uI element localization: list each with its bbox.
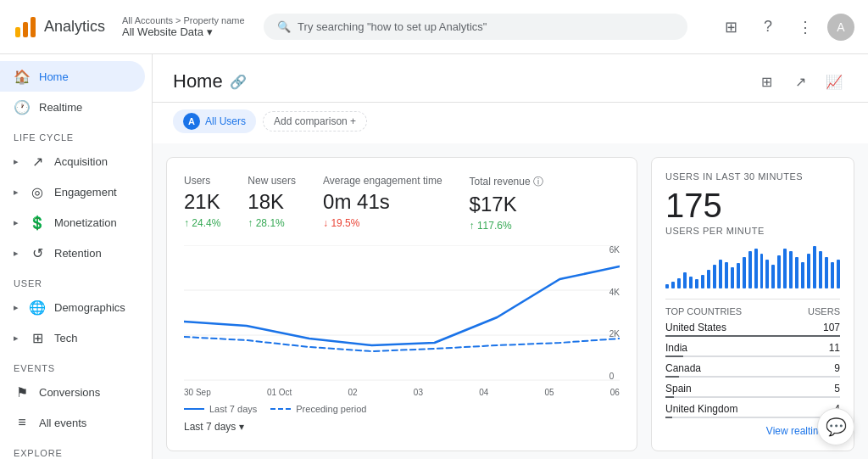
country-name: India [665, 342, 687, 354]
metric-new-users-change: ↑ 28.1% [248, 217, 296, 229]
metric-engagement-label: Average engagement time [323, 175, 442, 187]
realtime-countries-header: TOP COUNTRIES USERS [665, 299, 840, 316]
country-bar [665, 335, 840, 337]
realtime-bar [701, 275, 704, 288]
realtime-bar [801, 262, 804, 288]
sidebar-item-retention[interactable]: ▸ ↺ Retention [0, 238, 145, 268]
chart-x-labels: 30 Sep 01 Oct 02 03 04 05 06 [184, 388, 620, 397]
country-name: United States [665, 322, 726, 333]
country-data: United Kingdom 4 [665, 403, 840, 415]
realtime-bar [743, 257, 746, 289]
realtime-bar [707, 270, 710, 288]
help-icon[interactable]: ? [753, 12, 783, 42]
logo-icon [14, 15, 37, 39]
sidebar-item-monetization[interactable]: ▸ 💲 Monetization [0, 207, 145, 238]
metric-engagement-change: ↓ 19.5% [323, 217, 442, 229]
main-content: Home 🔗 ⊞ ↗ 📈 A All Users Add comparison … [153, 54, 868, 459]
explore-section-label: EXPLORE [0, 438, 152, 459]
metric-engagement: Average engagement time 0m 41s ↓ 19.5% [323, 175, 442, 232]
events-section-label: EVENTS [0, 353, 152, 377]
chip-letter: A [183, 113, 200, 130]
realtime-bar [713, 265, 716, 288]
country-bar [665, 396, 840, 398]
country-users: 9 [834, 362, 840, 374]
realtime-bar [777, 255, 781, 288]
chevron-down-icon: ▾ [239, 421, 244, 433]
realtime-countries-list: United States 107 India 11 Canada 9 Spai… [665, 322, 840, 418]
realtime-subtitle: USERS PER MINUTE [665, 226, 840, 236]
all-users-chip[interactable]: A All Users [173, 109, 256, 133]
page-title-edit-icon[interactable]: 🔗 [230, 74, 247, 90]
conversions-icon: ⚑ [14, 383, 31, 400]
view-realtime-link[interactable]: View realtime → [665, 425, 840, 437]
metrics-row: Users 21K ↑ 24.4% New users 18K ↑ 28.1% … [184, 175, 620, 232]
legend-last7: Last 7 days [184, 404, 257, 414]
chart-footer[interactable]: Last 7 days ▾ [184, 421, 620, 433]
more-icon[interactable]: ⋮ [790, 12, 821, 42]
realtime-bar [771, 265, 775, 288]
metric-users-value: 21K [184, 190, 220, 214]
realtime-card: USERS IN LAST 30 MINUTES 175 USERS PER M… [651, 157, 854, 451]
chart-legend: Last 7 days Preceding period [184, 404, 620, 414]
realtime-bar [760, 254, 764, 288]
help-icon[interactable]: ⓘ [533, 176, 543, 188]
chart-icon[interactable]: 📈 [821, 68, 848, 95]
add-comparison-button[interactable]: Add comparison + [263, 111, 367, 132]
sidebar-item-home[interactable]: 🏠 Home [0, 61, 145, 92]
realtime-bar [677, 278, 681, 289]
realtime-bar [683, 272, 687, 288]
realtime-bar [737, 263, 740, 288]
svg-rect-0 [15, 27, 20, 37]
avatar[interactable]: A [827, 14, 854, 41]
realtime-bar [831, 262, 834, 288]
property-nav[interactable]: All Accounts > Property name All Website… [122, 15, 245, 38]
metric-revenue-change: ↑ 117.6% [470, 220, 543, 232]
tech-icon: ⊞ [29, 329, 46, 346]
lifecycle-section-label: LIFE CYCLE [0, 122, 152, 146]
svg-rect-1 [23, 22, 28, 37]
sidebar-item-engagement[interactable]: ▸ ◎ Engagement [0, 176, 145, 207]
country-users: 107 [823, 322, 840, 333]
sidebar-item-realtime[interactable]: 🕐 Realtime [0, 92, 145, 122]
metric-users-change: ↑ 24.4% [184, 217, 220, 229]
metric-new-users-value: 18K [248, 190, 296, 214]
sidebar-item-all-events[interactable]: ≡ All events [0, 407, 145, 438]
realtime-bar [725, 262, 728, 288]
sidebar-item-conversions[interactable]: ⚑ Conversions [0, 377, 145, 407]
country-row: Canada 9 [665, 362, 840, 378]
page-header: Home 🔗 ⊞ ↗ 📈 [153, 54, 868, 103]
property-selector[interactable]: All Website Data ▾ [122, 25, 245, 38]
country-data: United States 107 [665, 322, 840, 333]
realtime-bars [665, 246, 840, 288]
country-users: 5 [834, 383, 840, 395]
sidebar-item-tech[interactable]: ▸ ⊞ Tech [0, 322, 145, 353]
metric-new-users-label: New users [248, 175, 296, 187]
legend-preceding-line [270, 408, 291, 410]
metric-revenue-value: $17K [470, 193, 543, 216]
country-row: United Kingdom 4 [665, 403, 840, 418]
sidebar-item-acquisition[interactable]: ▸ ↗ Acquisition [0, 146, 145, 176]
main-chart-card: Users 21K ↑ 24.4% New users 18K ↑ 28.1% … [166, 157, 637, 451]
realtime-bar [825, 257, 828, 289]
layout: 🏠 Home 🕐 Realtime LIFE CYCLE ▸ ↗ Acquisi… [0, 54, 868, 459]
metric-revenue-label: Total revenue ⓘ [470, 175, 543, 189]
sidebar-item-demographics[interactable]: ▸ 🌐 Demographics [0, 292, 145, 322]
country-bar-fill [665, 355, 683, 357]
country-bar [665, 376, 840, 378]
realtime-bar [789, 251, 793, 288]
customize-icon[interactable]: ⊞ [753, 68, 780, 95]
country-bar-fill [665, 396, 674, 398]
y-axis-labels: 6K 4K 2K 0 [606, 245, 620, 381]
grid-icon[interactable]: ⊞ [715, 12, 746, 42]
chart-area: 6K 4K 2K 0 [184, 245, 620, 381]
engagement-icon: ◎ [29, 183, 46, 200]
realtime-bar [719, 260, 722, 288]
chat-bubble[interactable]: 💬 [817, 408, 854, 445]
share-icon[interactable]: ↗ [787, 68, 814, 95]
search-icon: 🔍 [277, 20, 291, 33]
realtime-bar [665, 284, 669, 288]
realtime-bar [819, 251, 822, 288]
country-bar [665, 355, 840, 357]
cards-row: Users 21K ↑ 24.4% New users 18K ↑ 28.1% … [166, 157, 854, 451]
search-bar[interactable]: 🔍 Try searching "how to set up Analytics… [264, 14, 687, 40]
